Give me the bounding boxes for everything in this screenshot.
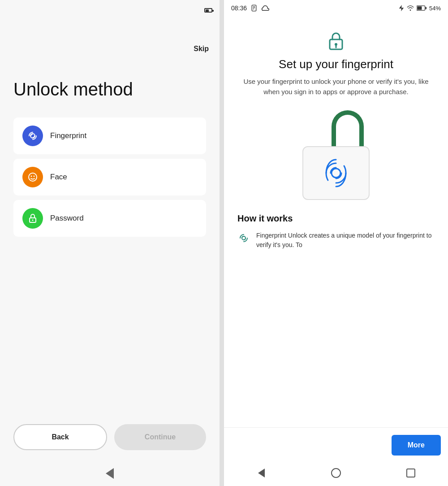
nav-recents-icon [406,469,415,477]
cloud-icon [261,5,269,11]
status-time: 08:36 [231,4,247,12]
nav-back-icon [258,469,265,477]
right-content: Set up your fingerprint Use your fingerp… [224,16,448,486]
how-text-1: Fingerprint Unlock creates a unique mode… [256,231,435,250]
password-option-icon [22,208,43,229]
right-panel: 08:36 [224,0,448,486]
face-option-icon [22,167,43,187]
page-title: Unlock method [0,16,220,100]
face-option[interactable]: Face [13,159,206,195]
svg-point-5 [32,220,34,221]
battery-percent: 54% [429,5,441,12]
nav-home-button[interactable] [330,467,342,479]
svg-point-2 [31,176,32,177]
back-button[interactable]: Back [13,424,107,450]
how-it-works-section: How it works Fingerprint Unlock creates … [237,213,435,254]
padlock-body [302,146,370,200]
padlock-shackle [332,110,364,146]
status-right-group: 54% [399,5,441,12]
svg-rect-12 [425,7,426,9]
svg-rect-13 [417,6,422,10]
status-time-group: 08:36 [231,4,269,12]
continue-button[interactable]: Continue [114,424,206,450]
svg-point-17 [332,169,340,178]
nav-recents-button[interactable] [405,467,417,479]
how-fingerprint-icon [237,232,250,244]
fingerprint-option[interactable]: Fingerprint [13,117,206,154]
bottom-buttons: Back Continue [13,424,206,450]
more-button-row: More [224,427,448,461]
page-icon [250,4,258,12]
svg-marker-10 [399,5,404,11]
panel-divider [220,0,224,486]
nav-home-icon [331,468,341,478]
setup-title: Set up your fingerprint [279,57,393,71]
left-status-bar [0,0,220,16]
options-list: Fingerprint Face [0,100,220,237]
face-label: Face [50,173,67,182]
svg-point-3 [34,176,35,177]
back-arrow-icon[interactable] [106,468,114,479]
left-panel: Skip Unlock method Fingerprint [0,0,220,486]
nav-back-button[interactable] [255,467,267,479]
right-nav-bar [224,461,448,486]
how-item-1: Fingerprint Unlock creates a unique mode… [237,231,435,250]
bottom-bar-right: More [224,427,448,486]
svg-point-1 [29,173,37,181]
battery-icon [204,8,212,13]
unlock-illustration [291,110,381,200]
right-battery-icon [417,5,426,11]
fingerprint-label: Fingerprint [50,131,86,140]
fingerprint-option-icon [22,126,43,146]
left-nav-bar [0,468,220,479]
password-label: Password [50,214,84,223]
skip-button[interactable]: Skip [194,45,209,53]
right-status-bar: 08:36 [224,0,448,16]
more-button[interactable]: More [392,435,441,456]
flash-icon [399,5,404,11]
setup-lock-icon [325,30,347,51]
setup-description: Use your fingerprint to unlock your phon… [237,77,435,97]
how-it-works-title: How it works [237,213,435,224]
password-option[interactable]: Password [13,200,206,237]
fingerprint-scan-icon [318,155,354,191]
wifi-icon [407,5,414,11]
